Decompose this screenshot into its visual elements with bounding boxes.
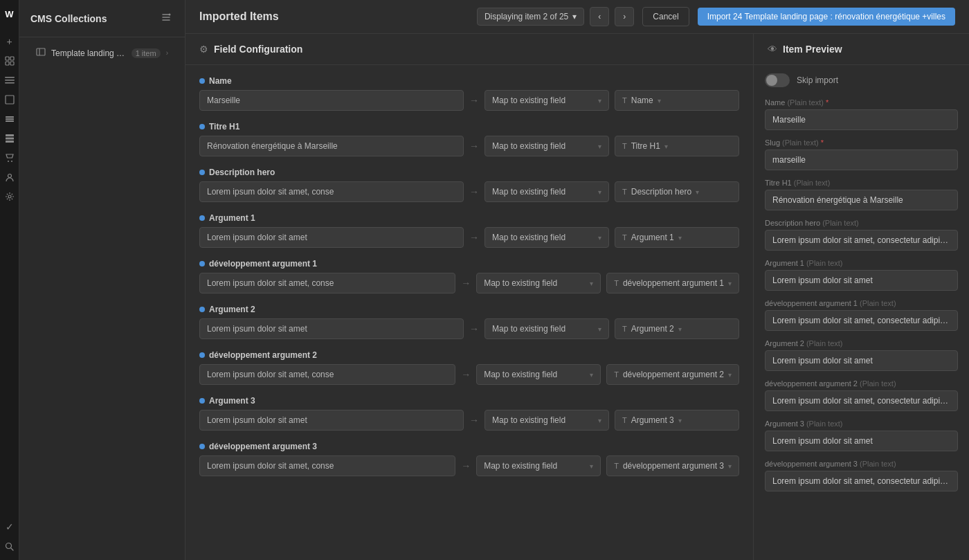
preview-field-3: Description hero (Plain text) Lorem ipsu… xyxy=(765,219,958,251)
target-type-icon-7: T xyxy=(622,416,627,424)
preview-field-6: Argument 2 (Plain text) Lorem ipsum dolo… xyxy=(765,339,958,371)
target-chevron-icon-8: ▾ xyxy=(728,462,732,470)
field-source-7: Lorem ipsum dolor sit amet xyxy=(199,410,464,431)
target-label-7: Argument 3 xyxy=(631,415,674,425)
preview-icon: 👁 xyxy=(768,44,777,55)
target-type-icon-8: T xyxy=(614,462,619,470)
fields-scroll: Name Marseille → Map to existing field ▾… xyxy=(185,65,753,560)
target-select-7[interactable]: T Argument 3 ▾ xyxy=(615,410,739,431)
map-select-4[interactable]: Map to existing field ▾ xyxy=(476,273,601,293)
nav-icon[interactable] xyxy=(1,72,18,89)
main-content: Imported Items Displaying item 2 of 25 ▾… xyxy=(185,0,969,560)
collection-item[interactable]: Template landing pa... 1 item › xyxy=(25,40,179,66)
map-select-2[interactable]: Map to existing field ▾ xyxy=(484,181,609,202)
preview-field-value-6: Lorem ipsum dolor sit amet xyxy=(765,350,958,371)
target-type-icon-5: T xyxy=(622,325,627,333)
field-dot-1 xyxy=(199,124,205,129)
collection-item-count: 1 item xyxy=(132,48,161,58)
page-title: Imported Items xyxy=(199,10,469,23)
members-icon[interactable] xyxy=(1,169,18,186)
preview-field-value-9: Lorem ipsum dolor sit amet, consectetur … xyxy=(765,471,958,491)
required-star-1: * xyxy=(821,138,824,147)
target-label-3: Argument 1 xyxy=(631,233,674,242)
map-select-6[interactable]: Map to existing field ▾ xyxy=(476,364,601,385)
target-chevron-icon-4: ▾ xyxy=(728,280,732,287)
field-label-7: Argument 3 xyxy=(199,396,739,406)
collections-menu-button[interactable] xyxy=(159,10,174,27)
preview-field-value-7: Lorem ipsum dolor sit amet, consectetur … xyxy=(765,390,958,411)
pages-icon[interactable] xyxy=(1,53,18,69)
checkmark-icon[interactable]: ✓ xyxy=(1,518,18,535)
assets-icon[interactable] xyxy=(1,91,18,108)
preview-field-label-7: développement argument 2 (Plain text) xyxy=(765,379,958,388)
field-row-6: Lorem ipsum dolor sit amet, conse → Map … xyxy=(199,364,739,385)
map-select-8[interactable]: Map to existing field ▾ xyxy=(476,455,601,476)
field-source-1: Rénovation énergétique à Marseille xyxy=(199,136,464,156)
collection-chevron-icon: › xyxy=(166,49,168,57)
search-icon[interactable] xyxy=(1,538,18,554)
w-logo-icon[interactable]: W xyxy=(1,6,18,22)
preview-field-type-7: (Plain text) xyxy=(860,379,896,388)
field-group-6: développement argument 2 Lorem ipsum dol… xyxy=(185,345,753,390)
preview-field-value-1: marseille xyxy=(765,150,958,170)
target-select-0[interactable]: T Name ▾ xyxy=(615,90,739,111)
layers-icon[interactable] xyxy=(1,111,18,127)
target-chevron-icon-5: ▾ xyxy=(678,325,682,333)
field-label-text-2: Description hero xyxy=(209,168,275,177)
map-select-3[interactable]: Map to existing field ▾ xyxy=(484,227,609,248)
preview-field-type-5: (Plain text) xyxy=(860,299,896,307)
skip-import-toggle[interactable] xyxy=(765,73,790,87)
arrow-icon-8: → xyxy=(461,460,471,471)
next-button[interactable]: › xyxy=(615,7,634,26)
field-group-3: Argument 1 Lorem ipsum dolor sit amet → … xyxy=(185,208,753,253)
target-select-8[interactable]: T développement argument 3 ▾ xyxy=(606,455,739,476)
arrow-icon-4: → xyxy=(461,278,471,289)
collection-item-label: Template landing pa... xyxy=(51,48,126,58)
target-select-5[interactable]: T Argument 2 ▾ xyxy=(615,318,739,339)
store-icon[interactable] xyxy=(1,150,18,166)
preview-field-type-4: (Plain text) xyxy=(806,259,843,267)
target-select-2[interactable]: T Description hero ▾ xyxy=(615,181,739,202)
svg-rect-8 xyxy=(6,116,14,118)
cancel-button[interactable]: Cancel xyxy=(642,7,689,26)
map-select-7[interactable]: Map to existing field ▾ xyxy=(484,410,609,431)
preview-field-value-3: Lorem ipsum dolor sit amet, consectetur … xyxy=(765,230,958,251)
map-chevron-icon-1: ▾ xyxy=(598,143,601,150)
map-chevron-icon-0: ▾ xyxy=(598,97,601,105)
nav-controls: Displaying item 2 of 25 ▾ ‹ › xyxy=(477,7,634,26)
collections-header: CMS Collections xyxy=(19,0,185,37)
target-select-1[interactable]: T Titre H1 ▾ xyxy=(615,136,739,156)
target-select-6[interactable]: T développement argument 2 ▾ xyxy=(606,364,739,385)
target-select-3[interactable]: T Argument 1 ▾ xyxy=(615,227,739,248)
preview-field-9: développement argument 3 (Plain text) Lo… xyxy=(765,460,958,491)
map-select-5[interactable]: Map to existing field ▾ xyxy=(484,318,609,339)
skip-import-label: Skip import xyxy=(797,75,838,85)
displaying-text: Displaying item 2 of 25 xyxy=(484,12,568,21)
svg-rect-2 xyxy=(6,62,9,65)
map-select-1[interactable]: Map to existing field ▾ xyxy=(484,136,609,156)
field-config-panel: ⚙ Field Configuration Name Marseille → M… xyxy=(185,34,753,560)
svg-point-17 xyxy=(8,195,11,198)
target-label-6: développement argument 2 xyxy=(623,370,724,379)
prev-button[interactable]: ‹ xyxy=(590,7,609,26)
map-chevron-icon-2: ▾ xyxy=(598,188,601,196)
field-group-8: développement argument 3 Lorem ipsum dol… xyxy=(185,436,753,482)
field-dot-8 xyxy=(199,444,205,449)
svg-rect-20 xyxy=(37,48,45,55)
field-dot-2 xyxy=(199,170,205,175)
map-select-text-8: Map to existing field xyxy=(484,461,586,471)
preview-field-label-2: Titre H1 (Plain text) xyxy=(765,179,958,187)
arrow-icon-2: → xyxy=(469,186,479,197)
add-icon[interactable]: + xyxy=(1,33,18,50)
target-chevron-icon-6: ▾ xyxy=(728,371,732,379)
map-select-0[interactable]: Map to existing field ▾ xyxy=(484,90,609,111)
import-button[interactable]: Import 24 Template landing page : rénova… xyxy=(698,8,955,26)
field-source-4: Lorem ipsum dolor sit amet, conse xyxy=(199,273,455,293)
settings-icon[interactable] xyxy=(1,188,18,205)
field-dot-5 xyxy=(199,307,205,312)
displaying-badge[interactable]: Displaying item 2 of 25 ▾ xyxy=(477,8,584,26)
field-label-0: Name xyxy=(199,76,739,86)
cms-icon[interactable] xyxy=(1,130,18,147)
item-preview-panel: 👁 Item Preview Skip import Name (Plain t… xyxy=(753,34,969,560)
target-select-4[interactable]: T développement argument 1 ▾ xyxy=(606,273,739,293)
